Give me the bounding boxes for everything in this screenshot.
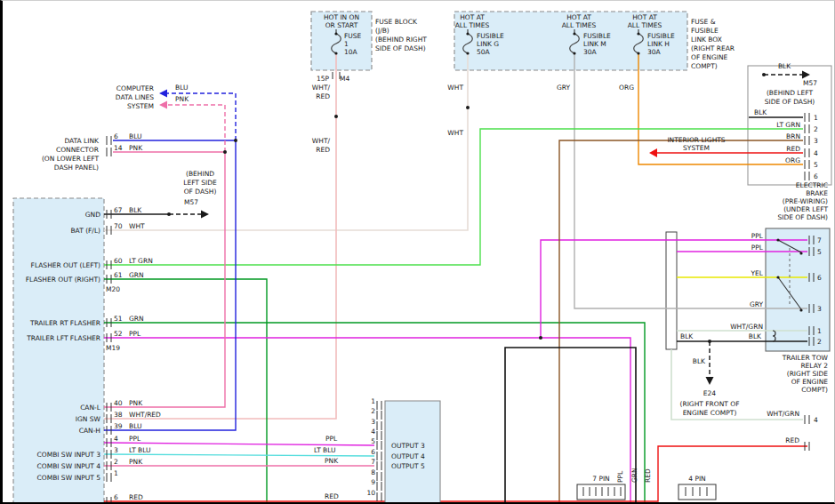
wire-color-label: PPL [129,435,141,443]
pin-number: 2 [114,458,118,466]
pin-number: 4 [114,435,118,443]
fuse-terminal-dot [466,52,469,54]
pin-number: 40 [114,399,123,407]
pin-number: 7 [371,458,375,466]
output-3-label: OUTPUT 3 [391,442,425,450]
wire-label-wht: WHT [447,84,463,92]
wire-color-label: BLK [754,108,767,116]
wire-color-label: LT GRN [129,257,153,265]
data-link-connector-label: DATA LINKCONNECTOR(ON LOWER LEFTDASH PAN… [42,137,100,172]
arrow-left-icon [649,148,657,157]
connector-m20-label: M20 [106,285,120,293]
pin-number: 3 [814,137,818,145]
wire-color-label: PNK [129,458,143,466]
arrow-left-icon [159,101,167,109]
ground-e24-label: E24 [703,389,717,397]
fuse-terminal-dot [637,52,639,54]
hot-at-all-times-header: HOT ATALL TIMES [628,13,662,29]
seven-pin-label: 7 PIN [592,475,610,483]
junction-dot [466,106,470,109]
wire-color-label: PPL [129,330,141,338]
pin-number: 10 [366,489,375,497]
fuse-block-header: HOT IN ONOR START [324,13,359,29]
hot-at-all-times-header: HOT ATALL TIMES [562,13,597,29]
wire-label-wht-red: WHT/RED [312,137,331,154]
four-pin-connector [678,484,716,500]
wire-label-wht-grn: WHT/GRN [767,410,799,418]
ecu-row-name: TRAILER LFT FLASHER [26,334,100,342]
wire-color-label: PPL [751,232,764,240]
fuse-terminal-dot [573,32,575,35]
wire-label-blk: BLK [693,357,706,365]
ecu-row-name: CAN-H [79,427,100,435]
pin-number: 6 [814,172,818,180]
wire-label-grn-vertical: GRN [630,468,638,483]
connector-m4-label: M4 [340,75,349,83]
pin-number: 70 [114,222,123,230]
wire-color-label: GRN [129,271,144,279]
wire-wht-bat [104,53,468,230]
wire-color-label: BLK [129,206,142,214]
wire-label-pnk: PNK [175,95,189,103]
pin-number: 3 [114,446,118,454]
wire-color-label: LT GRN [776,121,800,129]
ecu-row-name: TRAILER RT FLASHER [29,319,100,327]
pin-number: 5 [371,437,375,445]
connector-15p-label: 15P [317,75,330,83]
output-5-label: OUTPUT 5 [391,462,425,470]
wire-label-wht-red: WHT/RED [312,84,331,100]
ecu-row-name: COMBI SW INPUT 4 [37,462,101,470]
junction-dot [223,150,227,154]
wire-color-label: WHT/RED [129,411,161,419]
pin-number: 3 [371,418,375,426]
ecu-row-name: CAN-L [80,404,101,412]
pin-number: 39 [114,422,123,430]
m57-note: (BEHIND LEFTSIDE OF DASH) [765,89,815,106]
pin-number: 4 [814,149,818,157]
fuse-block-note: FUSE BLOCK(J/B)(BEHIND RIGHTSIDE OF DASH… [375,18,427,52]
wire-label-blk: BLK [778,62,791,70]
interior-lights-label: INTERIOR LIGHTSSYSTEM [667,136,725,152]
connector-m19-label: M19 [106,344,120,352]
ecu-row-name: FLASHER OUT (LEFT) [31,261,100,269]
fuse-terminal-dot [573,52,575,54]
wire-label-ppl-vertical: PPL [616,470,624,483]
ecu-row-name: IGN SW [76,415,101,423]
pin-number: 6 [371,448,375,456]
wire-color-label: LT BLU [129,446,151,454]
wire-color-label: BRN [786,132,800,140]
pin-number: 2 [814,125,818,133]
wire-ppl-output3 [104,443,374,445]
wire-color-label: WHT/GRN [730,323,763,331]
wire-label-blu: BLU [129,132,141,140]
junction-dot [334,115,338,118]
wire-pnk-dashed-computer [164,105,225,152]
four-pin-label: 4 PIN [688,475,706,483]
relay-contact-dot [799,252,802,254]
wire-label-lt-blu: LT BLU [314,446,336,454]
pin-number: 1 [371,397,375,405]
wire-label-pnk: PNK [129,144,143,152]
wire-color-label: PNK [129,399,143,407]
ecu-row-name: GND [85,211,100,219]
pin-number: 6 [114,493,118,501]
wire-color-label: GRN [129,315,144,323]
pin-number: 1 [817,327,822,335]
fuse-terminal-dot [334,32,337,35]
wire-lt-blu-output4 [104,454,374,456]
fuse-terminal-dot [637,32,639,35]
connector-m57-label: M57 [184,198,198,206]
junction-dot [234,139,237,142]
wire-label-red-vertical: RED [644,468,652,483]
wire-color-label: GRY [750,300,764,308]
wire-color-label: BLU [129,422,141,430]
wire-label-red: RED [785,436,799,444]
wire-label-blu: BLU [175,84,188,92]
junction-dot [762,73,766,76]
pin-number: 2 [817,338,822,346]
pin-number: 6 [114,132,118,140]
trailer-tow-relay-note: TRAILER TOWRELAY 2(RIGHT SIDEOF ENGINECO… [782,354,829,394]
ground-arrow-icon [802,71,810,79]
pin-number: 67 [114,206,123,214]
junction-dot [539,336,542,340]
